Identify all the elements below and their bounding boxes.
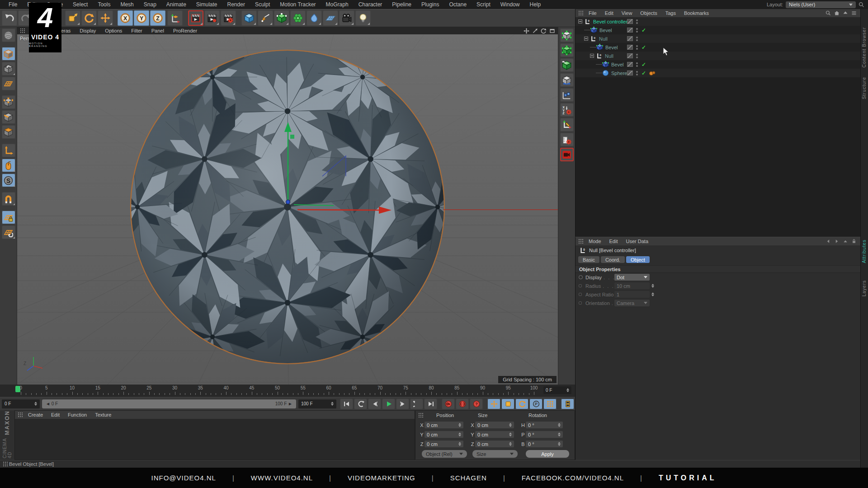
visibility-dots-icon[interactable]	[636, 37, 638, 41]
make-editable-button[interactable]	[2, 28, 15, 42]
expand-toggle-icon[interactable]	[578, 19, 582, 23]
object-row-null[interactable]: 0Null	[576, 34, 860, 43]
side-tab-structure[interactable]: Structure	[862, 77, 867, 99]
light-button[interactable]	[355, 10, 371, 26]
object-manager-menu-view[interactable]: View	[618, 10, 637, 16]
object-row-bevel[interactable]: Bevel✓	[576, 26, 860, 34]
coords-size-dropdown[interactable]: Size	[472, 450, 518, 458]
attribute-tab-object[interactable]: Object	[626, 256, 650, 263]
viewport-menu-display[interactable]: Display	[75, 28, 100, 33]
spinner-icon[interactable]	[458, 442, 461, 446]
goto-start-button[interactable]	[340, 399, 353, 409]
menu-motion-tracker[interactable]: Motion Tracker	[275, 1, 321, 8]
expand-toggle-icon[interactable]	[584, 37, 588, 41]
rotate-view-button[interactable]	[541, 28, 547, 34]
keyframe-dot-icon[interactable]	[579, 301, 582, 305]
workplane-align-button[interactable]	[2, 225, 15, 239]
material-menu-texture[interactable]: Texture	[91, 412, 115, 418]
object-row-null[interactable]: 0Null	[576, 52, 860, 60]
primitive-cube-button[interactable]	[241, 10, 257, 26]
phong-tag-icon[interactable]	[649, 70, 656, 77]
mouse-input-button[interactable]	[2, 159, 15, 172]
menu-snap[interactable]: Snap	[139, 1, 161, 8]
reset-psr-button[interactable]: XYZ	[560, 103, 574, 117]
rotate-tool-button[interactable]	[81, 10, 97, 26]
x-lock-button[interactable]: X	[118, 10, 133, 26]
lock-icon[interactable]	[851, 239, 857, 244]
keyframe-dot-icon[interactable]	[579, 284, 582, 287]
coords-mode-dropdown[interactable]: Object (Rel)	[422, 450, 467, 458]
model-mode-button[interactable]	[2, 47, 15, 61]
mograph-button[interactable]	[290, 10, 306, 26]
keyframe-dot-icon[interactable]	[579, 275, 583, 279]
attribute-tab-coord-[interactable]: Coord.	[601, 256, 625, 263]
size-x-field[interactable]: 0 cm	[475, 422, 514, 428]
spinner-icon[interactable]	[651, 292, 654, 296]
menu-mesh[interactable]: Mesh	[115, 1, 138, 8]
make-editable-object-button[interactable]	[560, 28, 574, 42]
spinner-icon[interactable]	[651, 284, 654, 288]
side-tab-content-browser[interactable]: Content Browser	[862, 27, 867, 67]
material-menu-edit[interactable]: Edit	[47, 412, 64, 418]
goto-end-button[interactable]	[424, 399, 437, 409]
nav-up-icon[interactable]	[843, 239, 848, 244]
menu-sculpt[interactable]: Sculpt	[250, 1, 275, 8]
axis-modify-button[interactable]	[560, 118, 574, 131]
menu-select[interactable]: Select	[68, 1, 93, 8]
attribute-menu-edit[interactable]: Edit	[605, 239, 622, 244]
menu-render[interactable]: Render	[222, 1, 250, 8]
visibility-dots-icon[interactable]	[636, 71, 638, 75]
menu-file[interactable]: File	[4, 1, 22, 8]
menu-octane[interactable]: Octane	[444, 1, 472, 8]
play-forwards-button[interactable]	[382, 399, 395, 409]
visibility-dots-icon[interactable]	[636, 54, 638, 58]
viewport-menu-filter[interactable]: Filter	[127, 28, 146, 33]
maximize-view-button[interactable]	[549, 28, 555, 34]
subdivision-surface-button[interactable]	[274, 10, 289, 26]
size-y-field[interactable]: 0 cm	[475, 431, 514, 438]
visibility-dots-icon[interactable]	[636, 28, 638, 33]
rotation-p-field[interactable]: 0 °	[526, 431, 563, 438]
range-max-field[interactable]: 100 F	[298, 399, 336, 408]
menu-mograph[interactable]: MoGraph	[321, 1, 354, 8]
current-frame-field[interactable]: 0 F	[543, 386, 571, 394]
previous-frame-button[interactable]	[368, 399, 381, 409]
spinner-icon[interactable]	[566, 388, 569, 392]
layer-box-icon[interactable]	[627, 53, 633, 58]
render-view-button[interactable]	[188, 10, 203, 26]
nav-forward-icon[interactable]	[834, 239, 840, 244]
layer-box-icon[interactable]	[627, 62, 633, 67]
rotation-h-field[interactable]: 0 °	[526, 422, 563, 428]
timeline-filmstrip-button[interactable]	[561, 399, 574, 409]
list-icon[interactable]	[851, 10, 857, 16]
menu-help[interactable]: Help	[524, 1, 546, 8]
spinner-icon[interactable]	[509, 432, 512, 436]
next-frame-button[interactable]	[396, 399, 409, 409]
enable-axis-button[interactable]	[2, 144, 15, 157]
pan-view-button[interactable]	[524, 28, 529, 34]
key-position-toggle[interactable]	[487, 399, 500, 409]
workplane-lock-button[interactable]	[2, 211, 15, 224]
connect-objects-button[interactable]	[560, 58, 574, 72]
position-z-field[interactable]: 0 cm	[425, 441, 463, 447]
spinner-icon[interactable]	[509, 442, 512, 446]
orientation-dropdown[interactable]: Camera	[614, 300, 650, 306]
viewport-menu-options[interactable]: Options	[100, 28, 127, 33]
polygons-mode-button[interactable]	[2, 125, 15, 139]
key-rotation-toggle[interactable]	[515, 399, 528, 409]
enable-check-icon[interactable]: ✓	[641, 70, 647, 76]
render-settings-button[interactable]	[221, 10, 236, 26]
spinner-icon[interactable]	[558, 423, 561, 427]
connect-objects-delete-button[interactable]	[560, 73, 574, 87]
undo-button[interactable]	[2, 10, 17, 26]
current-state-to-object-button[interactable]	[560, 43, 574, 57]
viewport-menu-prorender[interactable]: ProRender	[169, 28, 202, 33]
enable-check-icon[interactable]: ✓	[641, 44, 647, 51]
panel-grip[interactable]	[18, 412, 23, 418]
coord-system-button[interactable]	[167, 10, 183, 26]
z-lock-button[interactable]: Z	[150, 10, 165, 26]
play-preview-button[interactable]	[410, 399, 423, 409]
menu-window[interactable]: Window	[495, 1, 525, 8]
radius-field[interactable]: 10 cm	[614, 282, 650, 289]
menu-animate[interactable]: Animate	[161, 1, 191, 8]
